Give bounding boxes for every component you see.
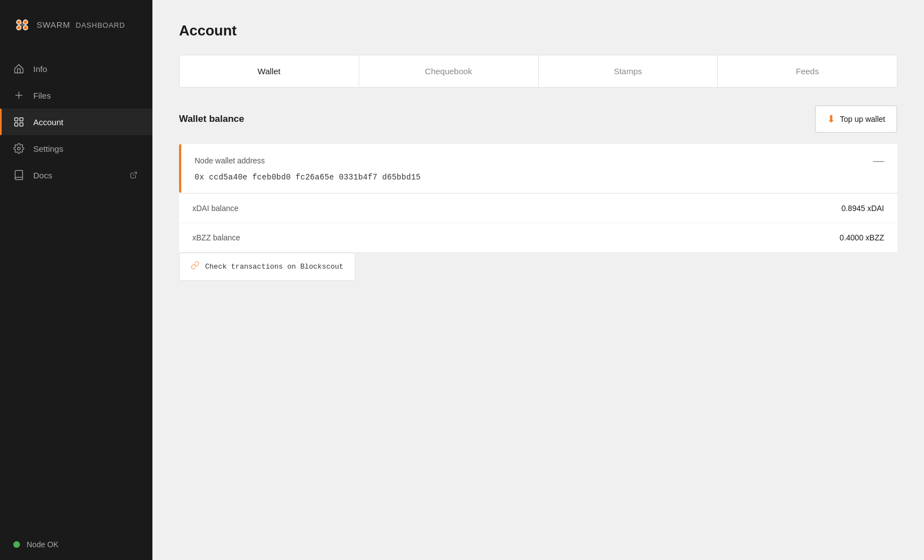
swarm-logo-icon — [13, 16, 31, 33]
sidebar: swarm DASHBOARD Info Fi — [0, 0, 152, 560]
node-wallet-address-card: Node wallet address — 0x ccd5a40e fceb0b… — [179, 144, 897, 193]
home-icon — [13, 63, 24, 74]
tab-wallet[interactable]: Wallet — [180, 55, 359, 87]
svg-point-3 — [23, 25, 28, 30]
top-up-wallet-button[interactable]: ⬇ Top up wallet — [815, 105, 897, 133]
sidebar-item-info-label: Info — [33, 64, 139, 74]
xdai-balance-label: xDAI balance — [192, 204, 238, 213]
sidebar-item-account[interactable]: Account — [0, 109, 152, 135]
sidebar-item-settings-label: Settings — [33, 144, 139, 153]
sidebar-item-info[interactable]: Info — [0, 55, 152, 82]
node-status-text: Node OK — [27, 540, 59, 549]
link-icon — [191, 261, 200, 273]
svg-rect-7 — [15, 118, 18, 121]
xbzz-balance-label: xBZZ balance — [192, 233, 240, 242]
svg-rect-10 — [20, 123, 23, 126]
sidebar-item-files[interactable]: Files — [0, 82, 152, 109]
sidebar-item-docs[interactable]: Docs — [0, 162, 152, 188]
app-name-text: swarm — [37, 20, 70, 29]
wallet-balance-header: Wallet balance ⬇ Top up wallet — [179, 105, 897, 133]
sidebar-item-account-label: Account — [33, 117, 139, 127]
address-value: 0x ccd5a40e fceb0bd0 fc26a65e 0331b4f7 d… — [195, 173, 884, 182]
blockscout-link[interactable]: Check transactions on Blockscout — [179, 253, 355, 281]
svg-point-4 — [21, 23, 24, 26]
files-icon — [13, 90, 24, 101]
wallet-balance-title: Wallet balance — [179, 114, 244, 125]
xdai-balance-row: xDAI balance 0.8945 xDAI — [179, 194, 897, 223]
svg-line-12 — [133, 172, 136, 176]
tab-chequebook[interactable]: Chequebook — [359, 55, 539, 87]
svg-rect-9 — [15, 123, 18, 126]
blockscout-link-label: Check transactions on Blockscout — [205, 263, 344, 271]
xbzz-balance-row: xBZZ balance 0.4000 xBZZ — [179, 223, 897, 253]
account-icon — [13, 116, 24, 127]
download-icon: ⬇ — [827, 113, 835, 125]
sidebar-footer: Node OK — [0, 529, 152, 560]
external-link-icon — [128, 169, 139, 181]
collapse-button[interactable]: — — [873, 155, 884, 166]
xbzz-balance-value: 0.4000 xBZZ — [840, 233, 884, 242]
active-indicator — [0, 109, 2, 135]
settings-icon — [13, 143, 24, 154]
top-up-button-label: Top up wallet — [840, 115, 885, 124]
app-name: swarm DASHBOARD — [37, 20, 125, 29]
logo: swarm DASHBOARD — [0, 0, 152, 49]
docs-icon — [13, 169, 24, 181]
sidebar-item-files-label: Files — [33, 91, 139, 100]
page-title: Account — [179, 22, 897, 39]
xdai-balance-value: 0.8945 xDAI — [841, 204, 884, 213]
svg-rect-8 — [20, 118, 23, 121]
svg-point-2 — [17, 25, 21, 30]
address-label: Node wallet address — [195, 156, 265, 165]
tab-stamps[interactable]: Stamps — [539, 55, 718, 87]
sidebar-navigation: Info Files Account — [0, 49, 152, 529]
account-tabs: Wallet Chequebook Stamps Feeds — [179, 55, 897, 88]
tab-feeds[interactable]: Feeds — [718, 55, 897, 87]
node-status-dot — [13, 541, 20, 548]
app-subtitle: DASHBOARD — [76, 21, 125, 29]
main-content: Account Wallet Chequebook Stamps Feeds W… — [152, 0, 924, 560]
svg-point-11 — [18, 147, 21, 150]
sidebar-item-settings[interactable]: Settings — [0, 135, 152, 162]
sidebar-item-docs-label: Docs — [33, 171, 119, 180]
address-card-header: Node wallet address — — [195, 155, 884, 166]
